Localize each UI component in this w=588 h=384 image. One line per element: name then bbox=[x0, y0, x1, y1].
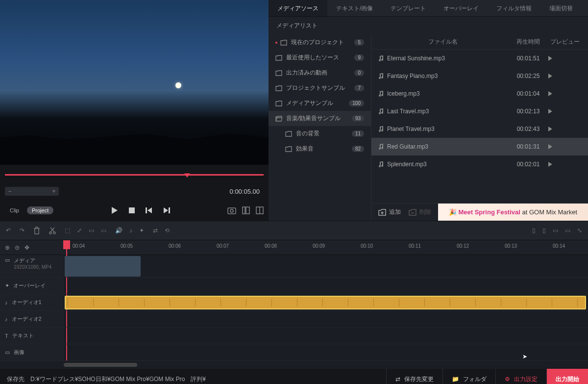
image-icon[interactable]: ▭ bbox=[101, 227, 106, 234]
settings-icon[interactable]: ▭ bbox=[565, 227, 570, 234]
file-preview-button[interactable] bbox=[548, 91, 582, 97]
add-media-button[interactable]: 追加 bbox=[378, 208, 401, 216]
track-label-overlay[interactable]: ✦オーバーレイ bbox=[0, 278, 64, 294]
track-row-audio1[interactable] bbox=[64, 294, 588, 311]
track-row-media[interactable] bbox=[64, 255, 588, 278]
promo-banner[interactable]: 🎉 Meet Spring Festival at GOM Mix Market bbox=[438, 204, 588, 221]
file-preview-button[interactable] bbox=[548, 108, 582, 114]
tab-transition[interactable]: 場面切替 bbox=[540, 0, 582, 16]
file-name: Iceberg.mp3 bbox=[387, 90, 509, 97]
layout-icon-1[interactable] bbox=[242, 206, 250, 214]
timeline-scrollbar[interactable] bbox=[0, 361, 588, 369]
track-label-audio1[interactable]: ♪オーディオ1 bbox=[0, 294, 64, 311]
file-preview-button[interactable] bbox=[548, 161, 582, 167]
zoom-out-timeline-icon[interactable]: ⊖ bbox=[15, 244, 20, 251]
play-button[interactable] bbox=[110, 206, 119, 215]
track-row-text[interactable] bbox=[64, 328, 588, 344]
track-row-audio2[interactable] bbox=[64, 311, 588, 328]
audio-clip[interactable] bbox=[65, 296, 586, 309]
file-row[interactable]: Iceberg.mp300:01:04 bbox=[371, 85, 588, 102]
undo-icon[interactable]: ↶ bbox=[6, 227, 11, 234]
preview-pane: − + 0:00:05.00 Clip Project bbox=[0, 0, 269, 221]
track-row-overlay[interactable] bbox=[64, 278, 588, 294]
tab-template[interactable]: テンプレート bbox=[382, 0, 435, 16]
zoom-in-timeline-icon[interactable]: ⊕ bbox=[5, 244, 10, 251]
file-row[interactable]: Red Guitar.mp300:01:31 bbox=[371, 138, 588, 155]
resize-icon[interactable]: ⤢ bbox=[77, 227, 82, 234]
footer-bar: 保存先 D:¥ワードプレス¥SOHO日和¥GOM Mix Pro¥GOM Mix… bbox=[0, 369, 588, 384]
delete-media-button[interactable]: 削除 bbox=[409, 208, 431, 216]
marker-icon[interactable]: ▯ bbox=[532, 227, 536, 234]
volume-icon[interactable]: 🔊 bbox=[115, 227, 122, 234]
clip-toggle[interactable]: Clip bbox=[5, 206, 24, 214]
file-duration: 00:01:31 bbox=[509, 143, 548, 150]
zoom-slider[interactable] bbox=[15, 187, 49, 196]
tree-item-3[interactable]: プロジェクトサンプル7 bbox=[269, 80, 371, 96]
tab-text-image[interactable]: テキスト/画像 bbox=[327, 0, 382, 16]
file-row[interactable]: Splendent.mp300:02:01 bbox=[371, 155, 588, 173]
prev-frame-button[interactable] bbox=[145, 206, 153, 215]
redo-icon[interactable]: ↷ bbox=[20, 227, 24, 234]
start-output-button[interactable]: 出力開始 bbox=[546, 369, 588, 384]
preview-content bbox=[175, 82, 181, 88]
audio-edit-icon[interactable]: ♪ bbox=[129, 227, 132, 234]
track-label-audio2[interactable]: ♪オーディオ2 bbox=[0, 311, 64, 328]
file-list[interactable]: Eternal Sunshine.mp300:01:51Fantasy Pian… bbox=[371, 50, 588, 203]
marker2-icon[interactable]: ▯ bbox=[542, 227, 546, 234]
tab-overlay[interactable]: オーバーレイ bbox=[435, 0, 488, 16]
music-icon bbox=[377, 90, 387, 97]
tree-item-6[interactable]: 音の背景11 bbox=[269, 126, 371, 141]
zoom-in-button[interactable]: + bbox=[49, 187, 59, 196]
effect-icon[interactable]: ✦ bbox=[139, 227, 144, 234]
cut-icon[interactable] bbox=[49, 227, 56, 234]
video-clip[interactable] bbox=[65, 256, 141, 277]
track-row-image[interactable] bbox=[64, 344, 588, 361]
tree-item-4[interactable]: メディアサンプル100 bbox=[269, 96, 371, 111]
tree-item-2[interactable]: 出力済みの動画0 bbox=[269, 65, 371, 80]
file-preview-button[interactable] bbox=[548, 55, 582, 61]
seek-bar[interactable] bbox=[5, 172, 264, 179]
tree-item-1[interactable]: 最近使用したソース9 bbox=[269, 50, 371, 65]
tab-filter[interactable]: フィルタ情報 bbox=[488, 0, 540, 16]
transition-icon[interactable]: ⇄ bbox=[153, 227, 158, 234]
export-icon[interactable]: ▭ bbox=[553, 227, 558, 234]
video-preview[interactable] bbox=[0, 0, 269, 165]
delete-icon[interactable] bbox=[33, 227, 40, 234]
media-tree: 現在のプロジェクト5最近使用したソース9出力済みの動画0プロジェクトサンプル7メ… bbox=[269, 35, 371, 221]
file-preview-button[interactable] bbox=[548, 144, 582, 150]
layout-icon-2[interactable] bbox=[256, 206, 264, 214]
file-name: Red Guitar.mp3 bbox=[387, 143, 509, 150]
tree-item-7[interactable]: 効果音82 bbox=[269, 141, 371, 156]
output-settings-button[interactable]: ⚙出力設定 bbox=[495, 369, 546, 384]
music-icon bbox=[377, 55, 387, 62]
file-row[interactable]: Fantasy Piano.mp300:02:25 bbox=[371, 67, 588, 85]
tab-media-source[interactable]: メディアソース bbox=[269, 0, 327, 16]
snapshot-icon[interactable] bbox=[227, 206, 236, 214]
track-label-image[interactable]: ▭画像 bbox=[0, 344, 64, 361]
timeline-tracks[interactable] bbox=[64, 255, 588, 361]
link-icon[interactable]: ⟲ bbox=[165, 227, 170, 234]
crop-icon[interactable]: ⬚ bbox=[65, 227, 70, 234]
file-row[interactable]: Last Travel.mp300:02:13 bbox=[371, 102, 588, 120]
ruler-tick: 00:05 bbox=[121, 243, 133, 249]
video-icon[interactable]: ▭ bbox=[89, 227, 94, 234]
seek-handle[interactable] bbox=[184, 172, 190, 178]
fit-timeline-icon[interactable]: ✥ bbox=[24, 244, 29, 251]
open-folder-button[interactable]: 📁フォルダ bbox=[442, 369, 495, 384]
tree-item-0[interactable]: 現在のプロジェクト5 bbox=[269, 35, 371, 50]
track-label-media[interactable]: ▭ メディア1920X1080, MP4 bbox=[0, 255, 64, 278]
expand-icon[interactable]: ⤡ bbox=[577, 227, 582, 234]
zoom-out-button[interactable]: − bbox=[5, 187, 15, 196]
file-preview-button[interactable] bbox=[548, 73, 582, 79]
playhead[interactable] bbox=[65, 240, 69, 255]
file-preview-button[interactable] bbox=[548, 126, 582, 132]
timeline-ruler[interactable]: 00:0400:0500:0600:0700:0800:0900:1000:11… bbox=[64, 240, 588, 255]
tree-item-5[interactable]: 音楽/効果音サンプル93 bbox=[269, 111, 371, 126]
project-toggle[interactable]: Project bbox=[27, 206, 53, 214]
file-row[interactable]: Eternal Sunshine.mp300:01:51 bbox=[371, 50, 588, 67]
track-label-text[interactable]: Tテキスト bbox=[0, 328, 64, 344]
stop-button[interactable] bbox=[128, 206, 136, 214]
file-row[interactable]: Planet Travel.mp300:02:43 bbox=[371, 120, 588, 138]
next-frame-button[interactable] bbox=[162, 206, 171, 215]
change-dest-button[interactable]: ⇄保存先変更 bbox=[386, 369, 442, 384]
